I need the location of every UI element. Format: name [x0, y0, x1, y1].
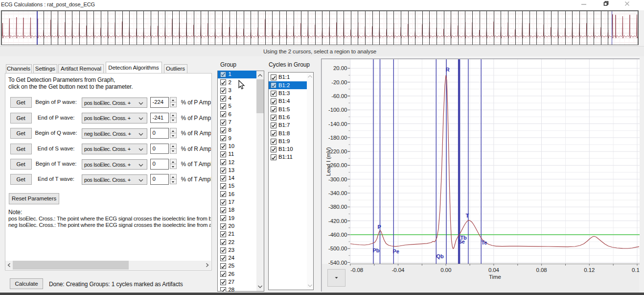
- svg-text:-180.00: -180.00: [328, 135, 347, 141]
- svg-text:Time: Time: [489, 274, 501, 280]
- svg-text:-420.00: -420.00: [328, 218, 347, 224]
- svg-text:-140.00: -140.00: [328, 121, 347, 127]
- svg-text:0.00: 0.00: [440, 267, 451, 273]
- svg-text:-340.00: -340.00: [328, 190, 347, 196]
- svg-text:-460.00: -460.00: [328, 232, 347, 238]
- svg-text:0.08: 0.08: [536, 267, 547, 273]
- svg-text:Se: Se: [459, 239, 465, 245]
- svg-text:Lead I (mV): Lead I (mV): [326, 147, 332, 176]
- svg-text:-20.00: -20.00: [331, 79, 347, 85]
- svg-text:-100.00: -100.00: [328, 107, 347, 113]
- svg-text:Pb: Pb: [373, 247, 380, 253]
- svg-text:0.16: 0.16: [632, 267, 640, 273]
- svg-text:Qb: Qb: [437, 253, 444, 259]
- svg-text:Pe: Pe: [393, 248, 399, 254]
- svg-text:-540.00: -540.00: [328, 260, 347, 266]
- svg-text:-60.00: -60.00: [331, 93, 347, 99]
- svg-text:-500.00: -500.00: [328, 246, 347, 251]
- svg-text:-0.04: -0.04: [392, 267, 405, 273]
- svg-text:T: T: [466, 213, 469, 219]
- svg-text:Te: Te: [482, 240, 487, 246]
- svg-text:-300.00: -300.00: [328, 176, 347, 182]
- svg-text:0.12: 0.12: [584, 267, 595, 273]
- svg-text:R: R: [446, 67, 450, 73]
- svg-text:0.04: 0.04: [488, 267, 500, 273]
- svg-text:-0.08: -0.08: [350, 267, 363, 273]
- svg-text:20.00: 20.00: [333, 65, 347, 71]
- svg-text:P: P: [378, 224, 381, 230]
- svg-text:-380.00: -380.00: [328, 204, 347, 210]
